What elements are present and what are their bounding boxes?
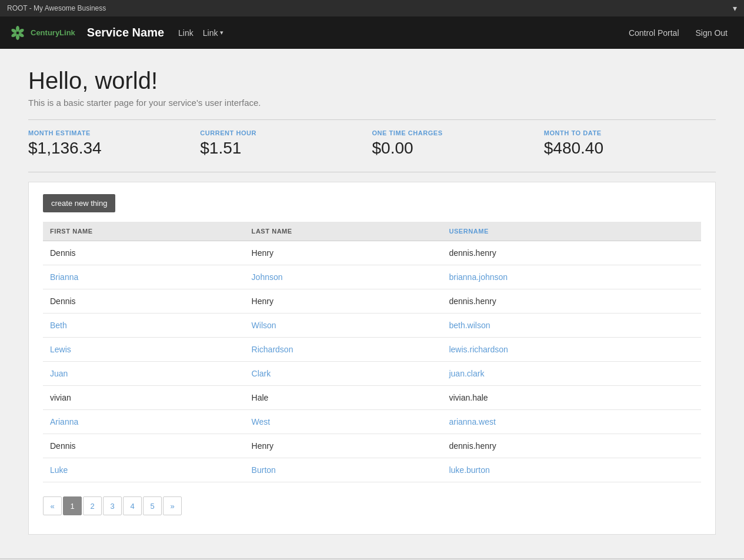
cell-username: dennis.henry <box>442 289 701 314</box>
table-row[interactable]: DennisHenrydennis.henry <box>43 289 701 314</box>
table-header-row: FIRST NAMELAST NAMEUSERNAME <box>43 222 701 241</box>
stat-label: CURRENT HOUR <box>200 129 372 136</box>
stat-value: $1.51 <box>200 139 372 158</box>
cell-last-name: Henry <box>245 289 442 314</box>
hero-section: Hello, world! This is a basic starter pa… <box>28 68 716 108</box>
cell-last-name[interactable]: West <box>245 410 442 434</box>
table-col-username: USERNAME <box>442 222 701 241</box>
cell-first-name: Dennis <box>43 241 245 265</box>
hero-divider <box>28 119 716 120</box>
cell-last-name[interactable]: Richardson <box>245 338 442 362</box>
company-logo-text: CenturyLink <box>31 28 75 37</box>
cell-username[interactable]: arianna.west <box>442 410 701 434</box>
cell-first-name[interactable]: Brianna <box>43 265 245 289</box>
pagination-page-1[interactable]: 1 <box>63 496 82 515</box>
chevron-down-icon[interactable]: ▾ <box>733 4 737 13</box>
stat-label: MONTH ESTIMATE <box>28 129 200 136</box>
nav-bar: CenturyLink Service Name Link Link ▾ Con… <box>0 16 744 49</box>
nav-link-1[interactable]: Link <box>178 28 193 38</box>
table-col-last_name: LAST NAME <box>245 222 442 241</box>
cell-last-name: Henry <box>245 434 442 458</box>
dropdown-arrow-icon: ▾ <box>220 29 223 36</box>
cell-first-name: Dennis <box>43 289 245 314</box>
cell-username: dennis.henry <box>442 434 701 458</box>
cell-last-name[interactable]: Burton <box>245 458 442 482</box>
table-row[interactable]: BriannaJohnsonbrianna.johnson <box>43 265 701 289</box>
stat-item: ONE TIME CHARGES$0.00 <box>372 129 544 158</box>
cell-first-name: vivian <box>43 386 245 410</box>
stat-value: $1,136.34 <box>28 139 200 158</box>
top-bar: ROOT - My Awesome Business ▾ <box>0 0 744 16</box>
table-row[interactable]: DennisHenrydennis.henry <box>43 241 701 265</box>
stat-label: ONE TIME CHARGES <box>372 129 544 136</box>
pagination-page-5[interactable]: 5 <box>143 496 162 515</box>
table-row[interactable]: vivianHalevivian.hale <box>43 386 701 410</box>
table-row[interactable]: BethWilsonbeth.wilson <box>43 314 701 338</box>
stat-item: MONTH ESTIMATE$1,136.34 <box>28 129 200 158</box>
cell-username: vivian.hale <box>442 386 701 410</box>
logo-area: CenturyLink <box>9 25 75 41</box>
pagination-next[interactable]: » <box>163 496 182 515</box>
stats-row: MONTH ESTIMATE$1,136.34CURRENT HOUR$1.51… <box>28 129 716 158</box>
cell-username[interactable]: juan.clark <box>442 362 701 386</box>
cell-first-name[interactable]: Lewis <box>43 338 245 362</box>
nav-right-actions: Control Portal Sign Out <box>622 25 735 41</box>
cell-last-name: Henry <box>245 241 442 265</box>
stat-item: CURRENT HOUR$1.51 <box>200 129 372 158</box>
cell-username[interactable]: brianna.johnson <box>442 265 701 289</box>
nav-link-2-dropdown[interactable]: Link ▾ <box>203 28 224 38</box>
cell-username: dennis.henry <box>442 241 701 265</box>
table-header: FIRST NAMELAST NAMEUSERNAME <box>43 222 701 241</box>
cell-first-name[interactable]: Luke <box>43 458 245 482</box>
page-subtitle: This is a basic starter page for your se… <box>28 98 716 108</box>
top-bar-title: ROOT - My Awesome Business <box>7 4 106 12</box>
control-portal-link[interactable]: Control Portal <box>622 25 686 41</box>
cell-first-name[interactable]: Juan <box>43 362 245 386</box>
service-name-label: Service Name <box>87 26 164 39</box>
centurylink-logo-icon <box>9 25 26 41</box>
table-row[interactable]: JuanClarkjuan.clark <box>43 362 701 386</box>
cell-last-name[interactable]: Wilson <box>245 314 442 338</box>
content-area: create new thing FIRST NAMELAST NAMEUSER… <box>28 182 716 535</box>
stat-item: MONTH TO DATE$480.40 <box>544 129 716 158</box>
sign-out-link[interactable]: Sign Out <box>689 25 735 41</box>
cell-last-name[interactable]: Clark <box>245 362 442 386</box>
pagination-prev[interactable]: « <box>43 496 62 515</box>
page-title: Hello, world! <box>28 68 716 94</box>
cell-last-name[interactable]: Johnson <box>245 265 442 289</box>
main-content: Hello, world! This is a basic starter pa… <box>0 49 744 558</box>
cell-username[interactable]: lewis.richardson <box>442 338 701 362</box>
stat-value: $0.00 <box>372 139 544 158</box>
cell-username[interactable]: beth.wilson <box>442 314 701 338</box>
stat-label: MONTH TO DATE <box>544 129 716 136</box>
cell-last-name: Hale <box>245 386 442 410</box>
stat-value: $480.40 <box>544 139 716 158</box>
pagination-page-4[interactable]: 4 <box>123 496 142 515</box>
create-new-thing-button[interactable]: create new thing <box>43 194 115 212</box>
data-table: FIRST NAMELAST NAMEUSERNAME DennisHenryd… <box>43 222 701 482</box>
pagination-page-2[interactable]: 2 <box>83 496 102 515</box>
stats-divider <box>28 172 716 172</box>
table-col-first_name: FIRST NAME <box>43 222 245 241</box>
pagination-page-3[interactable]: 3 <box>103 496 122 515</box>
table-row[interactable]: LukeBurtonluke.burton <box>43 458 701 482</box>
cell-first-name[interactable]: Arianna <box>43 410 245 434</box>
pagination: «12345» <box>43 496 701 515</box>
table-body: DennisHenrydennis.henryBriannaJohnsonbri… <box>43 241 701 482</box>
cell-first-name: Dennis <box>43 434 245 458</box>
cell-username[interactable]: luke.burton <box>442 458 701 482</box>
table-row[interactable]: DennisHenrydennis.henry <box>43 434 701 458</box>
cell-first-name[interactable]: Beth <box>43 314 245 338</box>
table-row[interactable]: AriannaWestarianna.west <box>43 410 701 434</box>
table-row[interactable]: LewisRichardsonlewis.richardson <box>43 338 701 362</box>
